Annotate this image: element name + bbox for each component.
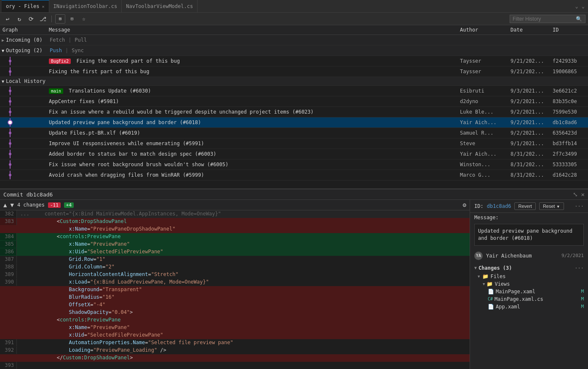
lc5-graph <box>0 139 46 148</box>
diff-line-so: ShadowOpacity="0.04"> <box>0 309 470 316</box>
more-options-btn[interactable]: ··· <box>575 203 584 209</box>
line-content-389: HorizontalContentAlignment="Stretch" <box>17 271 470 278</box>
tab-inavigationtoolbar[interactable]: INavigationToolbar.cs <box>49 0 122 12</box>
tab-bar: ory - Files ✕ INavigationToolbar.cs NavT… <box>0 0 588 13</box>
local-commit-2[interactable]: Fix an issue where a rebuild would be tr… <box>0 107 588 117</box>
files-folder-arrow: ▼ <box>478 274 480 279</box>
col-author: Author <box>457 26 508 34</box>
tab-files-label: ory - Files <box>6 3 39 9</box>
incoming-action-links: Fetch | Pull <box>49 37 455 43</box>
diff-line-392: 392 Loading="PreviewPane_Loading" /> <box>0 347 470 354</box>
outgoing-commit-2[interactable]: Fixing the first part of this bug Taysse… <box>0 66 588 77</box>
local-commit-5[interactable]: Improve UI responsiveness while enumerat… <box>0 138 588 149</box>
local-history-header[interactable]: ▼ Local History <box>0 77 588 86</box>
commit-date: 9/2/2021 <box>561 253 584 258</box>
tab-navtoolbarviewmodel[interactable]: NavToolbarViewModel.cs <box>122 0 198 12</box>
sync-link[interactable]: Sync <box>71 48 85 53</box>
outgoing-commit-2-id: 19006865 <box>550 69 588 74</box>
push-link[interactable]: Push <box>49 48 63 53</box>
diff-settings-btn[interactable]: ⚙ <box>463 202 466 208</box>
app-xaml-status: M <box>581 304 584 309</box>
files-folder-item[interactable]: ▼ 📁 Files <box>474 273 584 280</box>
lc4-author: Samuel R... <box>457 130 508 136</box>
branch-btn[interactable]: ⎇ <box>38 14 48 24</box>
minimize-btn[interactable]: ⤡ <box>573 191 578 198</box>
filter-history-input[interactable] <box>513 16 576 22</box>
diff-line-393: 393 <box>0 362 470 369</box>
reset-chevron-icon: ▼ <box>556 204 560 209</box>
revert-button[interactable]: Revert <box>514 202 535 210</box>
incoming-graph: ▶ Incoming (0) <box>0 37 46 43</box>
commit-author-row: YA Yair Aichenbaum 9/2/2021 <box>470 249 588 263</box>
diff-nav-up[interactable]: ▲ <box>3 202 7 208</box>
diff-header: ▲ ▼ 4 changes -11 +4 ⚙ <box>0 200 470 210</box>
views-folder-item[interactable]: ▼ 📁 Views <box>479 280 584 288</box>
outgoing-actions: Push | Sync <box>46 47 457 54</box>
star-btn[interactable]: ☆ <box>79 14 89 24</box>
tab-scroll-right[interactable]: ⌄ <box>580 3 586 9</box>
commit-id-value: db1c8ad6 <box>487 203 511 209</box>
app-xaml-item[interactable]: 📄 App.xaml M <box>484 303 584 311</box>
outgoing-commit-1-graph <box>0 57 46 65</box>
search-icon: 🔍 <box>576 16 582 22</box>
graph-btn[interactable]: ⊞ <box>55 14 65 24</box>
lc2-id: 7599e530 <box>550 109 588 115</box>
refresh-btn[interactable]: ↻ <box>14 14 24 24</box>
line-num-392: 392 <box>0 347 17 354</box>
fetch-btn[interactable]: ⟳ <box>26 14 36 24</box>
outgoing-commit-1-author: Taysser <box>457 58 508 64</box>
lc0-graph <box>0 87 46 95</box>
line-content-xn2: x:Name="PreviewPane" <box>17 324 470 331</box>
close-btn[interactable]: ✕ <box>581 191 585 198</box>
tab-files[interactable]: ory - Files ✕ <box>2 0 49 12</box>
outgoing-header[interactable]: ▼ Outgoing (2) Push | Sync <box>0 45 588 56</box>
fetch-link[interactable]: Fetch <box>49 37 66 43</box>
line-num-388: 388 <box>0 263 17 271</box>
local-commit-1[interactable]: AppCenter fixes (#5981) d2dyno 9/2/2021.… <box>0 96 588 107</box>
local-commit-6[interactable]: Added border to status bar to match desi… <box>0 149 588 159</box>
graph-btn2[interactable]: ⊟ <box>67 14 77 24</box>
back-btn[interactable]: ↩ <box>3 14 13 24</box>
local-commit-4[interactable]: Update Files.pt-BR.xlf (#6019) Samuel R.… <box>0 128 588 138</box>
commit-message-text: Updated preview pane background and bord… <box>478 228 572 241</box>
lc7-graph <box>0 160 46 169</box>
line-content-390: x:Load="{x:Bind LoadPreviewPane, Mode=On… <box>17 279 470 286</box>
graph-svg-lc1 <box>2 97 35 106</box>
lc6-date: 8/31/202... <box>508 151 550 157</box>
pull-link[interactable]: Pull <box>74 37 88 43</box>
graph-svg-1 <box>2 57 35 65</box>
lc6-author: Yair Aich... <box>457 151 508 157</box>
diff-line-385: 385 x:Name="PreviewPane" <box>0 241 470 248</box>
line-content-386: x:Uid="SelectedFilePreviewPane" <box>17 248 470 255</box>
diff-nav-down[interactable]: ▼ <box>10 202 13 208</box>
mainpage-xamlcs-label: MainPage.xaml.cs <box>494 296 543 302</box>
commit-section-titlebar: Commit db1c8ad6 ⤡ ✕ <box>0 189 588 200</box>
lc3-author: Yair Aich... <box>457 119 508 125</box>
lc8-message: Avoid crash when dragging files from Win… <box>46 171 457 179</box>
reset-button[interactable]: Reset ▼ <box>539 202 564 210</box>
local-commit-8[interactable]: Avoid crash when dragging files from Win… <box>0 170 588 181</box>
tab-scroll-left[interactable]: ⌄ <box>574 3 580 9</box>
line-content-384: <controls:PreviewPane <box>17 233 470 240</box>
local-commit-0[interactable]: main Translations Update (#6030) Esibrut… <box>0 86 588 96</box>
incoming-header[interactable]: ▶ Incoming (0) Fetch | Pull <box>0 35 588 45</box>
mainpage-xaml-item[interactable]: 📄 MainPage.xaml M <box>484 288 584 295</box>
local-commit-7[interactable]: Fix issue where root background brush wo… <box>0 159 588 170</box>
diff-line-bg: Background="Transparent" <box>0 286 470 294</box>
graph-svg-lc6 <box>2 150 35 158</box>
changes-more-btn[interactable]: ··· <box>575 265 584 271</box>
mainpage-xamlcs-item[interactable]: C# MainPage.xaml.cs M <box>484 295 584 303</box>
history-section: Graph Message Author Date ID ▶ Incoming … <box>0 25 588 189</box>
local-commit-3[interactable]: Updated preview pane background and bord… <box>0 117 588 128</box>
line-content-387: Grid.Row="1" <box>17 256 470 263</box>
col-date: Date <box>508 26 550 34</box>
graph-svg-lc0 <box>2 87 35 95</box>
diff-line-383: 383 <Custom:DropShadowPanel <box>0 218 470 226</box>
lc6-message: Added border to status bar to match desi… <box>46 150 457 158</box>
outgoing-commit-1[interactable]: BugFix2 Fixing the second part of this b… <box>0 56 588 66</box>
lc1-id: 83b35c0e <box>550 98 588 104</box>
lc4-id: 6356423d <box>550 130 588 136</box>
line-num-387: 387 <box>0 256 17 263</box>
tab-files-close[interactable]: ✕ <box>42 4 44 9</box>
diff-pane: ▲ ▼ 4 changes -11 +4 ⚙ 382 ... content="… <box>0 200 470 369</box>
